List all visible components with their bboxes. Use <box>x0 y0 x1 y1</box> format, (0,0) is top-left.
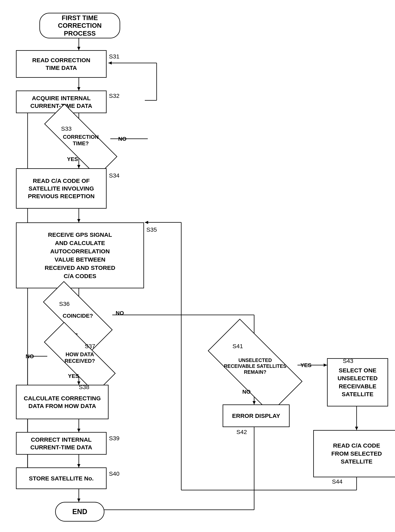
s37-no-label: NO <box>26 353 34 360</box>
s36-no-label: NO <box>116 310 124 316</box>
s44-process: READ C/A CODE FROM SELECTED SATELLITE <box>313 430 395 477</box>
svg-marker-30 <box>77 499 80 502</box>
s41-yes-label: YES <box>301 362 312 368</box>
start-terminal: FIRST TIME CORRECTION PROCESS <box>39 13 120 38</box>
s31-process: READ CORRECTION TIME DATA <box>16 50 107 78</box>
s34-process: READ C/A CODE OF SATELLITE INVOLVING PRE… <box>16 168 107 209</box>
s44-label: S44 <box>332 478 342 485</box>
end-terminal: END <box>55 502 104 521</box>
svg-marker-46 <box>145 221 148 224</box>
s32-label: S32 <box>109 92 119 99</box>
svg-marker-7 <box>77 165 80 168</box>
s33-no-label: NO <box>118 136 126 142</box>
s41-label: S41 <box>232 343 243 349</box>
svg-marker-28 <box>77 464 80 468</box>
svg-marker-26 <box>77 429 80 432</box>
s37-label: S37 <box>85 343 95 349</box>
s35-process: RECEIVE GPS SIGNAL AND CALCULATE AUTOCOR… <box>16 222 144 288</box>
s37-decision: HOW DATA RECEIVED? <box>43 344 116 372</box>
svg-marker-39 <box>252 401 256 404</box>
svg-marker-12 <box>108 61 112 64</box>
s43-label: S43 <box>343 358 353 364</box>
s39-process: CORRECT INTERNAL CURRENT-TIME DATA <box>16 432 107 455</box>
s31-label: S31 <box>109 53 119 60</box>
svg-marker-14 <box>77 219 80 222</box>
s33-decision: CORRECTION TIME? <box>43 126 118 155</box>
s41-no-label: NO <box>242 389 251 395</box>
s33-label: S33 <box>61 125 71 132</box>
s36-label: S36 <box>59 301 70 307</box>
s37-yes-label: YES <box>68 373 79 379</box>
s40-process: STORE SATELLITE No. <box>16 468 107 489</box>
svg-marker-41 <box>355 427 358 430</box>
s43-process: SELECT ONE UNSELECTED RECEIVABLE SATELLI… <box>327 358 388 406</box>
svg-marker-37 <box>324 364 327 367</box>
svg-marker-1 <box>77 47 80 50</box>
s33-yes-label: YES <box>67 156 78 162</box>
s35-label: S35 <box>146 226 157 233</box>
s40-label: S40 <box>109 470 119 477</box>
s42-label: S42 <box>236 429 247 435</box>
s39-label: S39 <box>109 435 119 442</box>
s38-label: S38 <box>79 384 89 391</box>
s36-decision: COINCIDE? <box>43 301 112 331</box>
flowchart: FIRST TIME CORRECTION PROCESS READ CORRE… <box>0 0 395 532</box>
s42-process: ERROR DISPLAY <box>223 404 290 427</box>
svg-marker-3 <box>77 87 80 91</box>
s41-decision: UNSELECTED RECEIVABLE SATELLITES REMAIN? <box>211 344 299 389</box>
s34-label: S34 <box>109 172 119 179</box>
s38-process: CALCULATE CORRECTING DATA FROM HOW DATA <box>16 385 109 419</box>
